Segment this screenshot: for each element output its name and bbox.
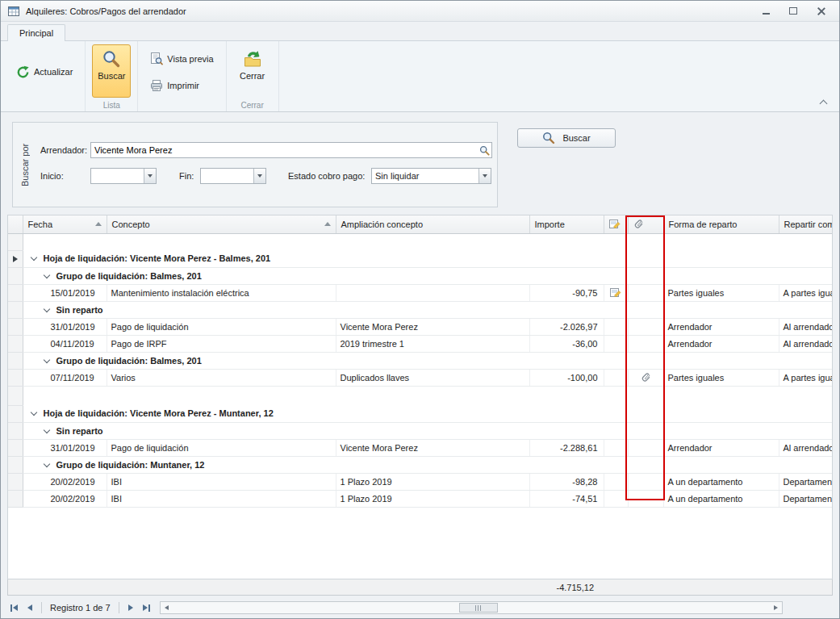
expand-chevron-icon[interactable]: [30, 254, 36, 261]
maximize-button[interactable]: [786, 5, 800, 18]
column-header-fecha[interactable]: Fecha: [23, 215, 107, 233]
cell-ampliacion[interactable]: 1 Plazo 2019: [336, 473, 529, 490]
cell-forma[interactable]: Arrendador: [663, 439, 779, 456]
cell-importe[interactable]: -2.288,61: [529, 439, 604, 456]
cell-repartir[interactable]: A partes iguales: [779, 284, 833, 301]
close-button[interactable]: [813, 5, 828, 18]
group-row[interactable]: Sin reparto: [23, 422, 833, 439]
cell-fecha[interactable]: 20/02/2019: [23, 490, 107, 507]
expand-chevron-icon[interactable]: [43, 271, 49, 278]
cell-ampliacion[interactable]: 2019 trimestre 1: [336, 335, 529, 352]
cell-forma[interactable]: A un departamento: [663, 490, 779, 507]
column-header-repartir[interactable]: Repartir como: [779, 215, 833, 233]
cell-ampliacion[interactable]: Duplicados llaves: [336, 369, 529, 386]
cell-note[interactable]: [604, 490, 628, 507]
cell-repartir[interactable]: Al arrendador: [779, 335, 833, 352]
group-row[interactable]: Grupo de liquidación: Muntaner, 12: [23, 456, 833, 473]
last-record-button[interactable]: [140, 601, 153, 614]
cell-repartir[interactable]: Al arrendador: [779, 318, 833, 335]
cell-note[interactable]: [604, 473, 628, 490]
cell-clip[interactable]: [628, 318, 663, 335]
column-header-importe[interactable]: Importe: [529, 215, 604, 233]
scroll-right-button[interactable]: [770, 602, 782, 613]
lookup-search-icon[interactable]: [477, 143, 491, 157]
cell-concepto[interactable]: Mantenimiento instalación eléctrica: [107, 284, 336, 301]
cell-forma[interactable]: Partes iguales: [663, 369, 779, 386]
cell-ampliacion[interactable]: Vicente Mora Perez: [336, 439, 529, 456]
column-header-concepto[interactable]: Concepto: [107, 215, 336, 233]
cell-fecha[interactable]: 04/11/2019: [23, 335, 107, 352]
cell-repartir[interactable]: Al arrendador: [779, 439, 833, 456]
cell-concepto[interactable]: Pago de liquidación: [107, 439, 336, 456]
cell-importe[interactable]: -74,51: [529, 490, 604, 507]
cell-importe[interactable]: -36,00: [529, 335, 604, 352]
cell-importe[interactable]: -2.026,97: [529, 318, 604, 335]
cell-concepto[interactable]: IBI: [107, 473, 336, 490]
cell-clip[interactable]: [628, 335, 663, 352]
column-header-forma[interactable]: Forma de reparto: [663, 215, 779, 233]
cell-repartir[interactable]: Departamento: [779, 490, 833, 507]
cell-fecha[interactable]: 31/01/2019: [23, 439, 107, 456]
cell-concepto[interactable]: Pago de liquidación: [107, 318, 336, 335]
horizontal-scrollbar[interactable]: [160, 601, 783, 614]
cell-ampliacion[interactable]: [336, 284, 529, 301]
expand-chevron-icon[interactable]: [43, 356, 49, 362]
actualizar-button[interactable]: Actualizar: [10, 62, 78, 82]
cell-repartir[interactable]: Departamento: [779, 473, 833, 490]
fin-combo[interactable]: [200, 168, 266, 184]
estado-dropdown-button[interactable]: [479, 169, 491, 183]
scrollbar-thumb[interactable]: [459, 603, 498, 613]
cell-forma[interactable]: Partes iguales: [663, 284, 779, 301]
column-header-note[interactable]: [604, 215, 628, 233]
fin-dropdown-button[interactable]: [253, 169, 265, 183]
cell-importe[interactable]: -100,00: [529, 369, 604, 386]
group-row[interactable]: Sin reparto: [23, 301, 833, 318]
cell-fecha[interactable]: 07/11/2019: [23, 369, 107, 386]
buscar-button[interactable]: Buscar: [517, 128, 616, 148]
cell-importe[interactable]: -90,75: [529, 284, 604, 301]
cell-fecha[interactable]: 20/02/2019: [23, 473, 107, 490]
cell-note[interactable]: [604, 284, 628, 301]
cell-concepto[interactable]: Varios: [107, 369, 336, 386]
cell-importe[interactable]: -98,28: [529, 473, 604, 490]
next-record-button[interactable]: [124, 601, 138, 614]
imprimir-button[interactable]: Imprimir: [144, 76, 205, 95]
expand-chevron-icon[interactable]: [43, 460, 49, 466]
arrendador-input[interactable]: [91, 143, 477, 157]
cell-note[interactable]: [604, 318, 628, 335]
expand-chevron-icon[interactable]: [43, 426, 49, 433]
cell-note[interactable]: [604, 335, 628, 352]
scroll-left-button[interactable]: [161, 602, 173, 613]
inicio-dropdown-button[interactable]: [144, 169, 156, 183]
vista-previa-button[interactable]: Vista previa: [144, 49, 219, 69]
expand-chevron-icon[interactable]: [43, 305, 49, 312]
cell-concepto[interactable]: IBI: [107, 490, 336, 507]
group-row[interactable]: Hoja de liquidación: Vicente Mora Perez …: [23, 250, 833, 267]
group-row[interactable]: Hoja de liquidación: Vicente Mora Perez …: [23, 405, 833, 422]
cell-clip[interactable]: [628, 439, 663, 456]
collapse-ribbon-button[interactable]: [817, 97, 830, 107]
cell-ampliacion[interactable]: Vicente Mora Perez: [336, 318, 529, 335]
tab-principal[interactable]: Principal: [7, 24, 65, 41]
arrendador-field[interactable]: [90, 142, 492, 158]
cell-repartir[interactable]: A partes iguales: [779, 369, 833, 386]
group-row[interactable]: Grupo de liquidación: Balmes, 201: [23, 267, 833, 284]
cerrar-button[interactable]: Cerrar: [233, 44, 272, 98]
minimize-button[interactable]: [759, 5, 773, 18]
cell-fecha[interactable]: 31/01/2019: [23, 318, 107, 335]
group-row[interactable]: Grupo de liquidación: Balmes, 201: [23, 352, 833, 369]
cell-concepto[interactable]: Pago de IRPF: [107, 335, 336, 352]
cell-fecha[interactable]: 15/01/2019: [23, 284, 107, 301]
column-header-ampliacion[interactable]: Ampliación concepto: [336, 215, 529, 233]
cell-note[interactable]: [604, 369, 628, 386]
cell-clip[interactable]: [628, 490, 663, 507]
estado-combo[interactable]: Sin liquidar: [371, 168, 491, 184]
cell-clip[interactable]: [628, 473, 663, 490]
cell-clip[interactable]: [628, 369, 663, 386]
cell-forma[interactable]: A un departamento: [663, 473, 779, 490]
cell-forma[interactable]: Arrendador: [663, 335, 779, 352]
cell-ampliacion[interactable]: 1 Plazo 2019: [336, 490, 529, 507]
cell-note[interactable]: [604, 439, 628, 456]
previous-record-button[interactable]: [23, 601, 36, 614]
buscar-ribbon-button[interactable]: Buscar: [92, 44, 131, 98]
